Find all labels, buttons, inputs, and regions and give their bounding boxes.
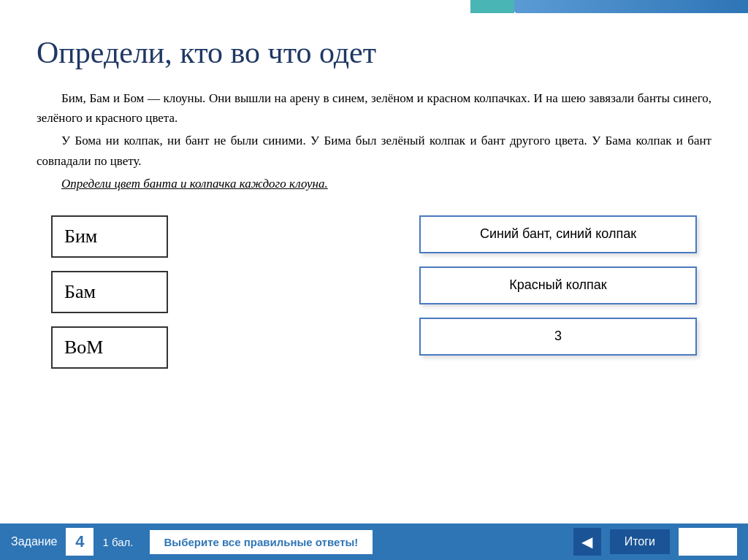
page-title: Определи, кто во что одет [37,35,711,70]
answer-box-3[interactable]: 3 [419,318,697,356]
empty-box [679,528,737,556]
paragraph1: Бим, Бам и Бом — клоуны. Они вышли на ар… [37,88,711,128]
top-bar-blue [514,0,748,13]
nav-left-button[interactable]: ◀ [573,528,601,556]
top-bar-teal [470,0,514,13]
itogi-button[interactable]: Итоги [610,529,670,554]
answer-box-1[interactable]: Синий бант, синий колпак [419,215,697,253]
left-column: Бим Бам BoM [51,215,168,369]
paragraph2: У Бома ни колпак, ни бант не были синими… [37,131,711,170]
name-box-bam[interactable]: Бам [51,271,168,313]
bottom-bar: Задание 4 1 бал. Выберите все правильные… [0,523,748,560]
task-italic: Определи цвет банта и колпачка каждого к… [37,174,711,193]
name-box-bim[interactable]: Бим [51,215,168,258]
select-all-button[interactable]: Выберите все правильные ответы! [150,530,373,554]
main-content: Определи, кто во что одет Бим, Бам и Бом… [0,13,748,523]
matching-area: Бим Бам BoM Синий бант, синий колпак Кра… [37,215,711,369]
name-box-bom[interactable]: BoM [51,326,168,369]
answer-box-2[interactable]: Красный колпак [419,266,697,304]
problem-text: Бим, Бам и Бом — клоуны. Они вышли на ар… [37,88,711,193]
right-column: Синий бант, синий колпак Красный колпак … [419,215,697,369]
zadanie-number: 4 [66,528,94,556]
zadanie-label: Задание [11,535,57,548]
bal-label: 1 бал. [102,536,133,548]
